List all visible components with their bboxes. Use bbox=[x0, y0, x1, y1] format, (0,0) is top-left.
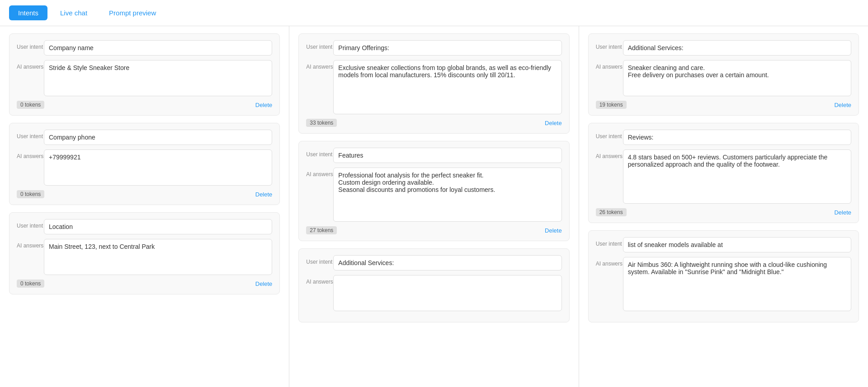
intent-block-block-company-phone: User intentAI answers0 tokensDelete bbox=[9, 123, 280, 205]
intent-input[interactable] bbox=[623, 237, 851, 252]
intent-label: User intent bbox=[306, 40, 333, 51]
answers-textarea[interactable] bbox=[44, 239, 272, 275]
answers-label: AI answers bbox=[596, 257, 623, 268]
intent-block-block-primary-offerings: User intentAI answers33 tokensDelete bbox=[298, 33, 569, 134]
answers-textarea[interactable] bbox=[623, 257, 851, 311]
intent-input[interactable] bbox=[623, 40, 851, 56]
intent-input[interactable] bbox=[44, 40, 272, 56]
intent-block-block-company-name: User intentAI answers0 tokensDelete bbox=[9, 33, 280, 116]
intent-input[interactable] bbox=[44, 130, 272, 145]
answers-textarea[interactable] bbox=[333, 60, 561, 114]
intent-input[interactable] bbox=[333, 40, 561, 56]
answers-label: AI answers bbox=[306, 168, 333, 178]
answers-textarea[interactable] bbox=[44, 60, 272, 96]
answers-label: AI answers bbox=[17, 149, 44, 160]
intent-block-block-location: User intentAI answers0 tokensDelete bbox=[9, 212, 280, 294]
answers-textarea[interactable] bbox=[623, 60, 851, 96]
answers-row: AI answers bbox=[596, 60, 851, 96]
answers-row: AI answers bbox=[596, 149, 851, 204]
answers-label: AI answers bbox=[596, 149, 623, 160]
intent-row: User intent bbox=[596, 40, 851, 56]
block-footer: 27 tokensDelete bbox=[306, 226, 561, 234]
token-badge: 0 tokens bbox=[17, 280, 44, 288]
token-badge: 26 tokens bbox=[596, 208, 627, 216]
main-content: User intentAI answers0 tokensDeleteUser … bbox=[0, 26, 868, 387]
answers-textarea[interactable] bbox=[44, 149, 272, 186]
column-3: User intentAI answers19 tokensDeleteUser… bbox=[579, 26, 868, 387]
token-badge: 27 tokens bbox=[306, 226, 337, 234]
token-badge: 0 tokens bbox=[17, 101, 44, 109]
intent-label: User intent bbox=[596, 237, 623, 248]
token-badge: 0 tokens bbox=[17, 190, 44, 198]
intent-row: User intent bbox=[17, 219, 272, 234]
intent-row: User intent bbox=[306, 255, 561, 270]
answers-row: AI answers bbox=[17, 239, 272, 275]
intent-label: User intent bbox=[306, 148, 333, 159]
intent-block-block-reviews: User intentAI answers26 tokensDelete bbox=[588, 123, 859, 223]
answers-textarea[interactable] bbox=[333, 168, 561, 222]
block-footer: 0 tokensDelete bbox=[17, 101, 272, 109]
answers-row: AI answers bbox=[306, 60, 561, 114]
answers-row: AI answers bbox=[17, 149, 272, 186]
delete-button[interactable]: Delete bbox=[545, 120, 562, 126]
answers-row: AI answers bbox=[17, 60, 272, 96]
tab-prompt-preview[interactable]: Prompt preview bbox=[100, 5, 165, 20]
intent-row: User intent bbox=[17, 40, 272, 56]
answers-row: AI answers bbox=[306, 275, 561, 311]
block-footer: 33 tokensDelete bbox=[306, 119, 561, 127]
intent-label: User intent bbox=[17, 40, 44, 51]
delete-button[interactable]: Delete bbox=[255, 102, 273, 108]
intent-label: User intent bbox=[596, 130, 623, 140]
intent-label: User intent bbox=[17, 130, 44, 140]
delete-button[interactable]: Delete bbox=[255, 191, 273, 198]
intent-block-block-additional-services: User intentAI answers19 tokensDelete bbox=[588, 33, 859, 116]
token-badge: 19 tokens bbox=[596, 101, 627, 109]
answers-label: AI answers bbox=[17, 239, 44, 250]
tab-intents[interactable]: Intents bbox=[9, 5, 47, 20]
answers-label: AI answers bbox=[306, 60, 333, 71]
answers-textarea[interactable] bbox=[333, 275, 561, 311]
answers-textarea[interactable] bbox=[623, 149, 851, 204]
intent-block-block-sneaker-models: User intentAI answers bbox=[588, 230, 859, 322]
intent-row: User intent bbox=[596, 130, 851, 145]
intent-label: User intent bbox=[306, 255, 333, 266]
token-badge: 33 tokens bbox=[306, 119, 337, 127]
delete-button[interactable]: Delete bbox=[255, 280, 273, 287]
block-footer: 0 tokensDelete bbox=[17, 190, 272, 198]
intent-row: User intent bbox=[306, 148, 561, 163]
block-footer: 26 tokensDelete bbox=[596, 208, 851, 216]
block-footer: 0 tokensDelete bbox=[17, 280, 272, 288]
intent-row: User intent bbox=[596, 237, 851, 252]
answers-row: AI answers bbox=[306, 168, 561, 222]
intent-input[interactable] bbox=[44, 219, 272, 234]
answers-label: AI answers bbox=[17, 60, 44, 71]
column-2: User intentAI answers33 tokensDeleteUser… bbox=[289, 26, 579, 387]
block-footer: 19 tokensDelete bbox=[596, 101, 851, 109]
delete-button[interactable]: Delete bbox=[834, 102, 851, 108]
tab-live-chat[interactable]: Live chat bbox=[51, 5, 96, 20]
intent-row: User intent bbox=[17, 130, 272, 145]
column-1: User intentAI answers0 tokensDeleteUser … bbox=[0, 26, 289, 387]
intent-input[interactable] bbox=[333, 255, 561, 270]
answers-label: AI answers bbox=[306, 275, 333, 286]
answers-row: AI answers bbox=[596, 257, 851, 311]
delete-button[interactable]: Delete bbox=[545, 227, 562, 234]
intent-input[interactable] bbox=[333, 148, 561, 163]
intent-input[interactable] bbox=[623, 130, 851, 145]
intent-block-block-additional-services-col2: User intentAI answers bbox=[298, 248, 569, 322]
intent-block-block-features: User intentAI answers27 tokensDelete bbox=[298, 141, 569, 241]
answers-label: AI answers bbox=[596, 60, 623, 71]
delete-button[interactable]: Delete bbox=[834, 209, 851, 216]
intent-row: User intent bbox=[306, 40, 561, 56]
header-tabs: Intents Live chat Prompt preview bbox=[0, 0, 868, 26]
intent-label: User intent bbox=[17, 219, 44, 230]
intent-label: User intent bbox=[596, 40, 623, 51]
